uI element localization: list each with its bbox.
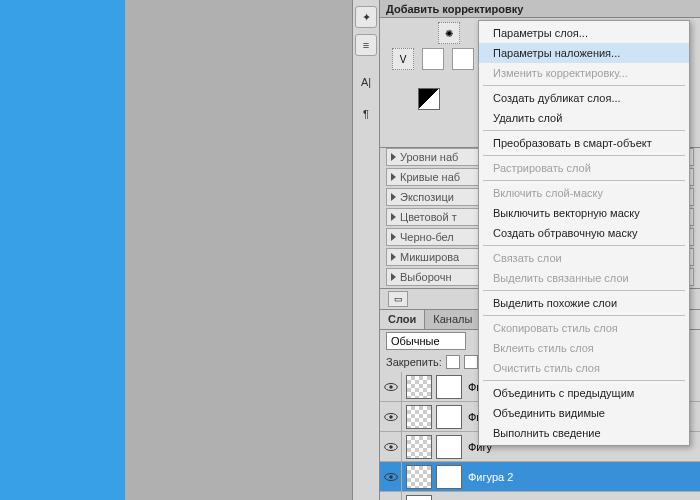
- menu-item: Растрировать слой: [479, 158, 689, 178]
- preset-label: Выборочн: [400, 271, 451, 283]
- layer-row[interactable]: Фигура 2: [380, 462, 700, 492]
- brightness-adj-icon[interactable]: ✺: [438, 22, 460, 44]
- menu-item: Скопировать стиль слоя: [479, 318, 689, 338]
- expand-icon: [391, 233, 396, 241]
- preset-label: Кривые наб: [400, 171, 460, 183]
- preset-label: Уровни наб: [400, 151, 458, 163]
- canvas-document[interactable]: [0, 0, 125, 500]
- tool-icon[interactable]: ✦: [355, 6, 377, 28]
- vertical-toolbar: ✦ ≡ А| ¶: [352, 0, 380, 500]
- menu-item[interactable]: Выключить векторную маску: [479, 203, 689, 223]
- visibility-eye-icon[interactable]: [380, 372, 402, 402]
- svg-point-1: [389, 385, 393, 389]
- menu-item[interactable]: Преобразовать в смарт-объект: [479, 133, 689, 153]
- adj-tile-icon[interactable]: [422, 48, 444, 70]
- menu-item: Выделить связанные слои: [479, 268, 689, 288]
- layer-thumbnail[interactable]: [406, 375, 432, 399]
- blend-mode-select[interactable]: Обычные: [386, 332, 466, 350]
- menu-item[interactable]: Выделить похожие слои: [479, 293, 689, 313]
- visibility-eye-icon[interactable]: [380, 402, 402, 432]
- tool-icon[interactable]: ≡: [355, 34, 377, 56]
- tab-layers[interactable]: Слои: [380, 310, 425, 329]
- expand-icon: [391, 173, 396, 181]
- layer-mask-thumbnail[interactable]: [436, 465, 462, 489]
- visibility-eye-icon[interactable]: [380, 432, 402, 462]
- layer-thumbnail[interactable]: [406, 495, 432, 501]
- menu-item: Очистить стиль слоя: [479, 358, 689, 378]
- tab-channels[interactable]: Каналы: [425, 310, 481, 329]
- lock-label: Закрепить:: [386, 356, 442, 368]
- preset-label: Экспозици: [400, 191, 454, 203]
- menu-item[interactable]: Создать обтравочную маску: [479, 223, 689, 243]
- footer-btn-icon[interactable]: ▭: [388, 291, 408, 307]
- layer-thumbnail[interactable]: [406, 405, 432, 429]
- layer-row[interactable]: Слой 1: [380, 492, 700, 500]
- adj-tile-icon[interactable]: V: [392, 48, 414, 70]
- svg-point-5: [389, 445, 393, 449]
- menu-item: Изменить корректировку...: [479, 63, 689, 83]
- lock-transparent-icon[interactable]: [446, 355, 460, 369]
- menu-item[interactable]: Объединить с предыдущим: [479, 383, 689, 403]
- layer-mask-thumbnail[interactable]: [436, 435, 462, 459]
- expand-icon: [391, 153, 396, 161]
- expand-icon: [391, 213, 396, 221]
- menu-item[interactable]: Параметры наложения...: [479, 43, 689, 63]
- lock-pixels-icon[interactable]: [464, 355, 478, 369]
- menu-item[interactable]: Параметры слоя...: [479, 23, 689, 43]
- visibility-eye-icon[interactable]: [380, 492, 402, 501]
- svg-point-7: [389, 475, 393, 479]
- layer-mask-thumbnail[interactable]: [436, 375, 462, 399]
- adjustments-title: Добавить корректировку: [380, 0, 700, 18]
- layer-name: Фигура 2: [466, 471, 700, 483]
- expand-icon: [391, 273, 396, 281]
- layer-context-menu: Параметры слоя...Параметры наложения...И…: [478, 20, 690, 446]
- layer-thumbnail[interactable]: [406, 435, 432, 459]
- preset-label: Черно-бел: [400, 231, 454, 243]
- menu-item[interactable]: Создать дубликат слоя...: [479, 88, 689, 108]
- svg-point-3: [389, 415, 393, 419]
- paragraph-panel-icon[interactable]: ¶: [363, 108, 369, 120]
- blend-mode-value: Обычные: [391, 335, 440, 347]
- menu-item[interactable]: Выполнить сведение: [479, 423, 689, 443]
- menu-item: Включить слой-маску: [479, 183, 689, 203]
- character-panel-icon[interactable]: А|: [361, 76, 371, 88]
- menu-item[interactable]: Удалить слой: [479, 108, 689, 128]
- visibility-eye-icon[interactable]: [380, 462, 402, 492]
- layer-thumbnail[interactable]: [406, 465, 432, 489]
- layer-mask-thumbnail[interactable]: [436, 405, 462, 429]
- adj-bw-icon[interactable]: [418, 88, 440, 110]
- menu-item[interactable]: Объединить видимые: [479, 403, 689, 423]
- preset-label: Цветовой т: [400, 211, 457, 223]
- preset-label: Микширова: [400, 251, 459, 263]
- menu-item: Вклеить стиль слоя: [479, 338, 689, 358]
- adj-tile-icon[interactable]: [452, 48, 474, 70]
- expand-icon: [391, 253, 396, 261]
- expand-icon: [391, 193, 396, 201]
- menu-item: Связать слои: [479, 248, 689, 268]
- workspace-bg: [0, 0, 352, 500]
